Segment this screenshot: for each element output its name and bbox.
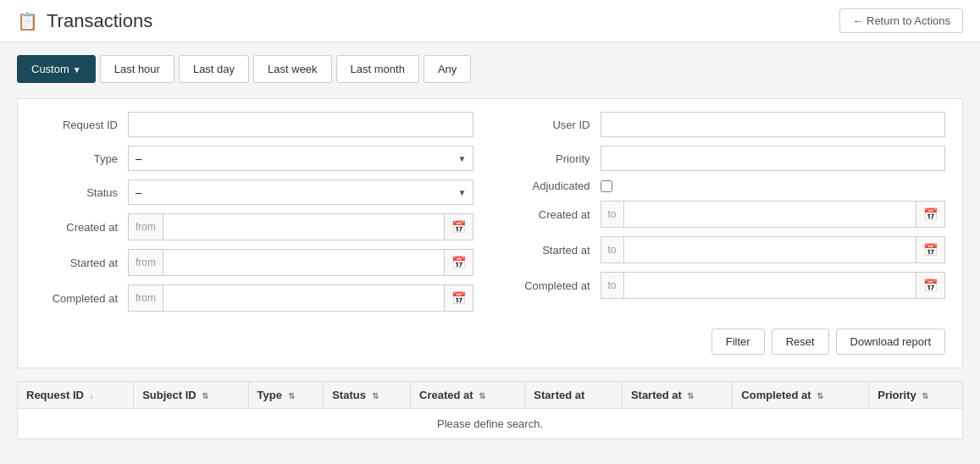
completed-at-from-group: from 📅 [128,284,473,312]
request-id-row: Request ID [35,112,473,137]
type-row: Type – ▼ [35,146,473,171]
empty-results-row: Please define search. [18,409,963,439]
completed-at-to-label: Completed at [507,279,601,292]
col-completed-at[interactable]: Completed at ⇅ [733,382,869,409]
col-subject-id[interactable]: Subject ID ⇅ [134,382,248,409]
started-at-from-group: from 📅 [128,249,473,276]
created-at-to-prefix: to [601,202,624,227]
time-filter-any[interactable]: Any [424,55,471,83]
completed-at-from-label: Completed at [35,292,128,305]
completed-at-to-input[interactable] [624,273,916,297]
col-started-at2[interactable]: Started at ⇅ [622,382,732,409]
status-select-wrapper: – ▼ [128,180,473,205]
time-filter-last-week[interactable]: Last week [253,55,332,83]
started-at-to-prefix: to [601,237,624,262]
status-label: Status [35,186,128,199]
results-table: Request ID ↓ Subject ID ⇅ Type ⇅ Status … [17,381,963,439]
col-created-at[interactable]: Created at ⇅ [411,382,525,409]
form-right-column: User ID Priority Adjudicated Cre [507,112,946,320]
table-body: Please define search. [18,409,963,439]
started-at-from-input[interactable] [163,251,444,274]
started-at-from-row: Started at from 📅 [35,249,473,276]
page-header: 📋 Transactions ← Return to Actions [0,0,980,42]
time-filter-last-month[interactable]: Last month [336,55,419,83]
col-priority[interactable]: Priority ⇅ [869,382,963,409]
type-select-wrapper: – ▼ [128,146,473,171]
empty-results-message: Please define search. [18,409,963,439]
started-at-to-group: to 📅 [601,236,946,263]
sort-request-id-icon: ↓ [90,391,94,400]
action-row: Filter Reset Download report [35,329,945,355]
time-filter-last-day[interactable]: Last day [179,55,249,83]
dropdown-arrow-icon: ▼ [73,65,81,75]
transactions-icon: 📋 [17,11,38,31]
sort-subject-id-icon: ⇅ [202,391,208,400]
completed-at-to-row: Completed at to 📅 [507,272,946,299]
started-at-to-label: Started at [507,244,601,257]
completed-at-from-calendar-button[interactable]: 📅 [444,285,473,311]
created-at-from-group: from 📅 [128,213,473,240]
sort-completed-at-icon: ⇅ [817,391,823,400]
created-at-to-label: Created at [507,208,601,221]
table-header: Request ID ↓ Subject ID ⇅ Type ⇅ Status … [18,382,963,409]
sort-started-at2-icon: ⇅ [687,391,694,400]
started-at-to-input[interactable] [624,238,916,262]
form-grid: Request ID Type – ▼ Status [35,112,945,320]
adjudicated-row: Adjudicated [507,180,946,192]
status-select[interactable]: – [128,180,473,205]
adjudicated-label: Adjudicated [507,180,601,192]
started-at-from-calendar-button[interactable]: 📅 [444,250,473,275]
type-select[interactable]: – [128,146,473,171]
filter-button[interactable]: Filter [711,329,765,355]
request-id-input[interactable] [128,112,473,137]
filter-form: Request ID Type – ▼ Status [17,98,963,368]
user-id-row: User ID [507,112,946,137]
time-filter-custom[interactable]: Custom▼ [17,55,96,83]
reset-button[interactable]: Reset [772,329,829,355]
adjudicated-checkbox[interactable] [601,180,612,192]
created-at-from-prefix: from [129,214,163,240]
priority-label: Priority [507,152,601,165]
priority-input[interactable] [601,146,946,171]
col-status[interactable]: Status ⇅ [324,382,411,409]
created-at-to-input[interactable] [624,202,916,226]
page-title: Transactions [47,10,152,32]
time-filter-bar: Custom▼ Last hour Last day Last week Las… [17,55,963,83]
request-id-label: Request ID [35,119,128,131]
col-type[interactable]: Type ⇅ [248,382,324,409]
priority-row: Priority [507,146,946,171]
completed-at-from-row: Completed at from 📅 [35,284,473,312]
completed-at-to-group: to 📅 [601,272,946,299]
status-row: Status – ▼ [35,180,473,205]
started-at-from-prefix: from [129,250,163,275]
user-id-input[interactable] [601,112,946,137]
time-filter-last-hour[interactable]: Last hour [100,55,174,83]
main-content: Custom▼ Last hour Last day Last week Las… [0,42,980,452]
created-at-to-group: to 📅 [601,201,946,228]
return-to-actions-button[interactable]: ← Return to Actions [839,8,963,33]
created-at-from-input[interactable] [163,215,444,239]
col-request-id[interactable]: Request ID ↓ [18,382,134,409]
sort-priority-icon: ⇅ [922,391,928,400]
sort-status-icon: ⇅ [372,391,379,400]
completed-at-from-prefix: from [129,285,163,311]
created-at-from-label: Created at [35,221,128,234]
user-id-label: User ID [507,119,601,131]
col-started-at1[interactable]: Started at [525,382,623,409]
created-at-from-row: Created at from 📅 [35,213,473,240]
download-report-button[interactable]: Download report [836,329,945,355]
type-label: Type [35,152,128,165]
started-at-to-row: Started at to 📅 [507,236,946,263]
adjudicated-checkbox-wrapper [601,180,612,192]
created-at-from-calendar-button[interactable]: 📅 [444,214,473,240]
form-left-column: Request ID Type – ▼ Status [35,112,473,320]
completed-at-to-calendar-button[interactable]: 📅 [916,273,944,298]
started-at-to-calendar-button[interactable]: 📅 [916,237,944,262]
sort-type-icon: ⇅ [288,391,295,400]
title-area: 📋 Transactions [17,10,152,32]
started-at-from-label: Started at [35,257,128,269]
sort-created-at-icon: ⇅ [479,391,485,400]
completed-at-from-input[interactable] [163,286,444,310]
created-at-to-row: Created at to 📅 [507,201,946,228]
created-at-to-calendar-button[interactable]: 📅 [916,202,944,227]
